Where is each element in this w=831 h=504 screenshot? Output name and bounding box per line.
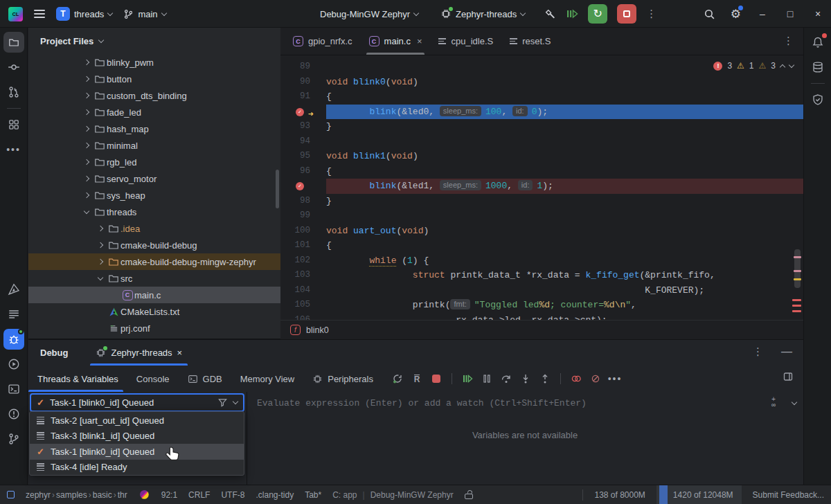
tree-item[interactable]: cmake-build-debug bbox=[28, 237, 280, 253]
git-tool-icon[interactable] bbox=[3, 429, 24, 449]
run-config-selector[interactable]: Debug-MinGW Zephyr bbox=[320, 9, 418, 19]
thread-dropdown-item[interactable]: Task-3 [blink1_id] Queued bbox=[30, 429, 244, 444]
heap-indicator[interactable]: 138 of 8000M bbox=[594, 490, 645, 500]
debug-session-tab[interactable]: Zephyr-threads × bbox=[87, 340, 190, 366]
code-line[interactable]: 99 bbox=[280, 208, 803, 224]
maximize-button[interactable]: □ bbox=[784, 8, 796, 19]
build-hammer-icon[interactable] bbox=[544, 8, 556, 20]
code-line[interactable]: 93} bbox=[280, 119, 803, 134]
pause-icon[interactable] bbox=[481, 373, 492, 384]
gutter[interactable]: 90 bbox=[280, 75, 326, 90]
code-line[interactable]: ✓➜ blink(&led0, sleep_ms:100, id:0); bbox=[280, 105, 803, 120]
tree-item[interactable]: src bbox=[28, 270, 280, 287]
stop-button[interactable] bbox=[617, 4, 636, 24]
chevron-right-icon[interactable] bbox=[83, 126, 89, 132]
close-tab-icon[interactable]: × bbox=[417, 36, 422, 46]
gutter[interactable]: 89 bbox=[280, 60, 326, 75]
gutter[interactable]: 95 bbox=[280, 149, 326, 164]
tree-item[interactable]: threads bbox=[28, 204, 280, 220]
project-view-title[interactable]: Project Files bbox=[40, 36, 93, 46]
gutter[interactable]: 103 bbox=[280, 268, 326, 283]
tree-item[interactable]: .idea bbox=[28, 220, 280, 237]
breakpoint-icon[interactable]: ✓ bbox=[296, 182, 304, 190]
hide-tool-window-icon[interactable]: — bbox=[781, 345, 792, 358]
chevron-right-icon[interactable] bbox=[83, 76, 89, 82]
memory-indicator[interactable]: 1420 of 12048M bbox=[656, 485, 742, 504]
tree-item[interactable]: CMakeLists.txt bbox=[28, 303, 280, 320]
breadcrumb-segment[interactable]: samples bbox=[56, 490, 87, 500]
settings-gear-icon[interactable]: ⚙ bbox=[731, 7, 741, 21]
code-line[interactable]: 102 while (1) { bbox=[280, 253, 803, 269]
structure-tool-icon[interactable] bbox=[3, 114, 24, 135]
inspections-widget[interactable]: ! 3 ⚠ 1 ⚠ 3 bbox=[713, 61, 794, 71]
submit-feedback-link[interactable]: Submit Feedback... bbox=[753, 490, 824, 500]
tree-item[interactable]: cmake-build-debug-mingw-zephyr bbox=[28, 253, 280, 270]
minimize-button[interactable]: – bbox=[756, 8, 769, 19]
editor-tab[interactable]: cpu_idle.S bbox=[430, 28, 501, 55]
expand-watches-icon[interactable] bbox=[792, 399, 797, 404]
layout-settings-icon[interactable] bbox=[783, 371, 794, 382]
step-into-icon[interactable] bbox=[520, 373, 531, 384]
step-over-icon[interactable] bbox=[501, 373, 512, 384]
code-line[interactable]: 95void blink1(void) bbox=[280, 149, 803, 164]
evaluate-expression-field[interactable]: Evaluate expression (Enter) or add a wat… bbox=[257, 395, 796, 411]
gutter[interactable]: 91 bbox=[280, 89, 326, 105]
tree-item[interactable]: minimal bbox=[28, 137, 280, 154]
chevron-right-icon[interactable] bbox=[83, 159, 89, 165]
debugger-tab-threads-variables[interactable]: Threads & Variables bbox=[28, 366, 127, 392]
status-run-config[interactable]: Debug-MinGW Zephyr bbox=[370, 490, 454, 500]
code-line[interactable]: 90void blink0(void) bbox=[280, 75, 803, 90]
debug-session-selector[interactable]: Zephyr-threads bbox=[440, 8, 525, 19]
code-line[interactable]: 106 rx_data->led, rx_data->cnt); bbox=[280, 313, 803, 321]
close-tab-icon[interactable]: × bbox=[177, 348, 183, 358]
more-tool-icon[interactable]: ••• bbox=[3, 139, 24, 160]
code-line[interactable]: 104 K_FOREVER); bbox=[280, 283, 803, 298]
gutter[interactable]: 100 bbox=[280, 224, 326, 239]
tree-item[interactable]: button bbox=[28, 71, 280, 87]
tree-item[interactable]: fade_led bbox=[28, 104, 280, 120]
chevron-right-icon[interactable] bbox=[83, 109, 89, 115]
tree-item[interactable]: custom_dts_binding bbox=[28, 87, 280, 104]
stop-icon[interactable] bbox=[431, 373, 442, 384]
notifications-tool-icon[interactable] bbox=[807, 32, 828, 53]
tree-item[interactable]: hash_map bbox=[28, 120, 280, 137]
prev-problem-icon[interactable] bbox=[780, 64, 785, 70]
tree-item[interactable]: servo_motor bbox=[28, 170, 280, 187]
code-editor[interactable]: 8990void blink0(void)91{✓➜ blink(&led0, … bbox=[280, 55, 803, 320]
breadcrumb-segment[interactable]: zephyr bbox=[26, 490, 51, 500]
caret-position[interactable]: 92:1 bbox=[161, 490, 177, 500]
pull-requests-tool-icon[interactable] bbox=[3, 82, 24, 102]
project-tool-icon[interactable] bbox=[3, 32, 24, 53]
gutter[interactable]: 102 bbox=[280, 253, 326, 269]
terminal-tool-icon[interactable] bbox=[3, 379, 24, 399]
tree-item[interactable]: blinky_pwm bbox=[28, 54, 280, 71]
gutter[interactable]: 101 bbox=[280, 238, 326, 253]
view-breakpoints-icon[interactable] bbox=[571, 373, 582, 384]
editor-scrollbar-thumb[interactable] bbox=[794, 249, 801, 288]
code-line[interactable]: 103 struct printk_data_t *rx_data = k_fi… bbox=[280, 268, 803, 283]
reset-icon[interactable]: R bbox=[411, 373, 422, 384]
security-tool-icon[interactable] bbox=[807, 89, 828, 110]
gutter[interactable]: 96 bbox=[280, 164, 326, 179]
run-tool-icon[interactable] bbox=[3, 354, 24, 375]
status-breadcrumbs[interactable]: zephyr›samples›basic›thr bbox=[26, 490, 127, 500]
rerun-icon[interactable] bbox=[392, 373, 403, 384]
filter-funnel-icon[interactable] bbox=[217, 397, 228, 408]
indent-style[interactable]: Tab* bbox=[305, 490, 321, 500]
breadcrumb-segment[interactable]: thr bbox=[118, 490, 127, 500]
gutter[interactable]: 106 bbox=[280, 313, 326, 321]
gutter[interactable]: 104 bbox=[280, 283, 326, 298]
project-widget[interactable]: T threads bbox=[56, 7, 112, 21]
breadcrumb-segment[interactable]: basic bbox=[93, 490, 112, 500]
line-ending[interactable]: CRLF bbox=[188, 490, 210, 500]
rerun-debug-button[interactable]: ↻ bbox=[588, 4, 607, 24]
chevron-right-icon[interactable] bbox=[97, 226, 102, 231]
chevron-right-icon[interactable] bbox=[83, 192, 89, 198]
gutter[interactable]: 105 bbox=[280, 298, 326, 313]
thread-dropdown-item[interactable]: Task-2 [uart_out_id] Queued bbox=[30, 413, 244, 429]
editor-tab[interactable]: Cgpio_nrfx.c bbox=[285, 28, 361, 55]
code-line[interactable]: 105 printk(fmt:"Toggled led%d; counter=%… bbox=[280, 298, 803, 313]
step-out-icon[interactable] bbox=[539, 373, 551, 384]
chevron-right-icon[interactable] bbox=[97, 242, 102, 248]
breadcrumb-function[interactable]: blink0 bbox=[306, 325, 329, 335]
